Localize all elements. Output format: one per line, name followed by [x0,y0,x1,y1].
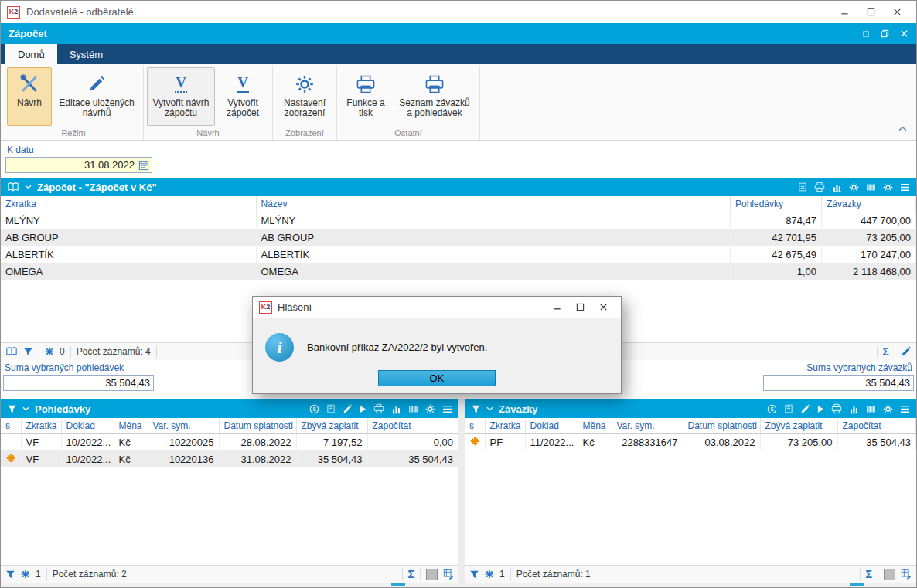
color-swatch[interactable] [884,569,895,580]
cell[interactable]: 874,47 [731,212,822,229]
column-header-zavazky[interactable]: Závazky [822,196,916,212]
cell[interactable]: 31.08.2022 [219,450,296,467]
cell[interactable]: MLÝNY [256,212,731,229]
chevron-down-icon[interactable] [25,185,32,189]
cell[interactable]: 28.08.2022 [219,433,296,450]
barcode-icon[interactable] [408,404,418,414]
table-row[interactable]: VF 10/2022... Kč 10220025 28.08.2022 7 1… [1,433,458,450]
cell[interactable]: Kč [114,433,148,450]
cell[interactable]: VF [21,433,61,450]
cell[interactable]: 10220025 [148,433,219,450]
restore-icon[interactable] [881,29,889,38]
cell[interactable]: 03.08.2022 [683,433,760,450]
vytvorit-zapocet-button[interactable]: V Vytvořit zápočet [216,67,269,126]
vytvorit-navrh-zapoctu-button[interactable]: V Vytvořit návrh zápočtu [147,67,215,126]
currency-icon[interactable]: $ [767,404,777,414]
sum-icon[interactable]: Σ [866,569,872,580]
table-row[interactable]: AB GROUP AB GROUP 42 701,95 73 205,00 [1,229,916,246]
gears-icon[interactable] [849,182,859,192]
pencil-icon[interactable] [800,404,810,414]
column-header-datum[interactable]: Datum splatnosti [683,418,760,433]
menu-icon[interactable] [900,405,910,413]
view-settings-icon[interactable] [425,404,435,414]
view-settings-icon[interactable] [883,182,893,192]
close-icon[interactable] [884,3,910,22]
cell[interactable]: VF [21,450,61,467]
editace-ulozenych-navrhu-button[interactable]: Editace uložených návrhů [53,67,140,126]
filter-icon[interactable] [23,347,33,357]
cell[interactable]: 10220136 [148,450,219,467]
cell[interactable]: 35 504,43 [367,450,458,467]
column-header-varsym[interactable]: Var. sym. [612,418,683,433]
cell[interactable]: AB GROUP [1,229,256,246]
currency-icon[interactable]: $ [309,404,319,414]
calendar-icon[interactable] [138,160,149,171]
report-icon[interactable] [784,403,793,414]
column-header-nazev[interactable]: Název [256,196,731,212]
play-icon[interactable] [360,405,366,413]
grid-edit-icon[interactable] [901,569,912,580]
navrh-button[interactable]: Návrh [7,67,52,126]
column-header-zbyva[interactable]: Zbývá zaplatit [760,418,837,433]
cell[interactable]: 35 504,43 [296,450,367,467]
view-settings-icon[interactable] [883,404,893,414]
minimize-icon[interactable] [545,299,568,316]
chart-icon[interactable] [391,404,401,414]
column-header-s[interactable]: s [1,418,21,433]
dock-icon[interactable] [862,30,870,38]
panel-splitter[interactable] [458,399,465,583]
cell[interactable]: Kč [114,450,148,467]
menu-icon[interactable] [900,183,910,192]
chart-icon[interactable] [832,182,842,192]
cell[interactable]: OMEGA [256,263,731,280]
column-header-s[interactable]: s [465,418,485,433]
column-header-zapocitat[interactable]: Započítat [837,418,916,433]
column-header-datum[interactable]: Datum splatnosti [219,418,296,433]
printer-icon[interactable] [373,403,384,414]
table-row[interactable]: VF 10/2022... Kč 10220136 31.08.2022 35 … [1,450,458,467]
cell[interactable]: 1,00 [731,263,822,280]
sum-icon[interactable]: Σ [883,346,889,357]
marker-cell[interactable] [1,433,21,450]
grid-edit-icon[interactable] [443,569,454,580]
filter-icon[interactable] [471,404,481,414]
filter-icon[interactable] [7,404,17,414]
payables-sum-field[interactable]: 35 504,43 [763,375,914,391]
table-row[interactable]: PF 11/2022... Kč 2288331647 03.08.2022 7… [465,433,916,450]
cell[interactable]: 170 247,00 [822,246,916,263]
column-header-pohledavky[interactable]: Pohledávky [731,196,822,212]
color-swatch[interactable] [426,569,438,580]
filter-icon[interactable] [5,569,15,580]
column-header-doklad[interactable]: Doklad [525,418,578,433]
column-header-zkratka[interactable]: Zkratka [485,418,525,433]
pencil-icon[interactable] [343,404,353,414]
column-header-mena[interactable]: Měna [578,418,612,433]
date-input[interactable]: 31.08.2022 [5,157,152,173]
printer-icon[interactable] [814,182,825,192]
chart-icon[interactable] [849,404,859,414]
marker-cell[interactable] [1,450,21,467]
cell[interactable]: 2288331647 [612,433,683,450]
report-icon[interactable] [326,403,336,414]
table-row[interactable]: MLÝNY MLÝNY 874,47 447 700,00 [1,212,916,229]
close-icon[interactable] [900,29,908,38]
cell[interactable]: 11/2022... [525,433,578,450]
cell[interactable]: Kč [578,433,612,450]
cell[interactable]: ALBERTÍK [1,246,256,263]
table-row[interactable]: OMEGA OMEGA 1,00 2 118 468,00 [1,263,916,280]
column-header-zapocitat[interactable]: Započítat [367,418,458,433]
cell[interactable]: 0,00 [367,433,458,450]
cell[interactable]: OMEGA [1,263,256,280]
printer-icon[interactable] [831,403,842,414]
column-header-varsym[interactable]: Var. sym. [148,418,219,433]
receivables-sum-field[interactable]: 35 504,43 [3,375,154,391]
seznam-zavazku-a-pohledavek-button[interactable]: Seznam závazků a pohledávek [393,67,476,126]
sum-icon[interactable]: Σ [408,569,414,580]
nastaveni-zobrazeni-button[interactable]: Nastavení zobrazení [276,67,333,126]
barcode-icon[interactable] [866,404,876,414]
report-icon[interactable] [798,182,807,192]
cell[interactable]: PF [485,433,525,450]
maximize-icon[interactable] [857,3,884,22]
menu-icon[interactable] [442,405,452,413]
cell[interactable]: 447 700,00 [822,212,916,229]
